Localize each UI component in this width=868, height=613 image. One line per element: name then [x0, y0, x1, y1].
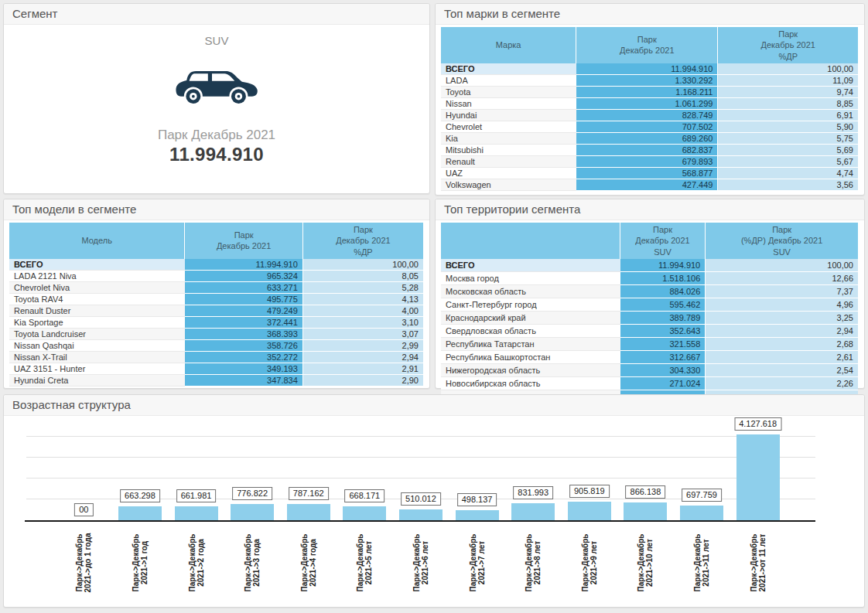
row-label[interactable]: Москва город: [441, 272, 620, 285]
row-label[interactable]: Санкт-Петербург город: [441, 298, 620, 312]
bar[interactable]: [287, 504, 330, 520]
axis-label-line: 2021->6 лет: [421, 524, 429, 601]
table-row: Mitsubishi682.8375,69: [441, 145, 858, 156]
axis-label-line: Парк->Декабрь: [300, 524, 309, 601]
bar-axis-label[interactable]: Парк->Декабрь2021->9 лет: [581, 524, 598, 601]
column-header[interactable]: ПаркДекабрь 2021: [576, 27, 718, 63]
park-value-cell: 11.994.910: [576, 63, 718, 75]
column-header[interactable]: Марка: [441, 27, 576, 63]
share-value-cell: 9,74: [718, 87, 858, 98]
bar[interactable]: [680, 506, 723, 520]
bar-axis-label[interactable]: Парк->Декабрь2021->от 11 лет: [750, 524, 767, 601]
bar[interactable]: [343, 506, 386, 520]
park-value-cell: 321.558: [620, 338, 706, 351]
bar-axis-label[interactable]: Парк->Декабрь2021->до 1 года: [75, 524, 92, 601]
bar-axis-label[interactable]: Парк->Декабрь2021->5 лет: [356, 524, 373, 601]
axis-label-slot: Парк->Декабрь2021->6 лет: [393, 523, 449, 603]
row-label[interactable]: Нижегородская область: [441, 364, 620, 377]
bar-axis-label[interactable]: Парк->Декабрь2021->10 лет: [637, 524, 654, 601]
bar[interactable]: [231, 504, 274, 520]
row-label[interactable]: Республика Башкортостан: [441, 351, 620, 364]
bar-axis-label[interactable]: Парк->Декабрь2021->7 лет: [469, 524, 486, 601]
bar-axis-label[interactable]: Парк->Декабрь2021->6 лет: [412, 524, 429, 601]
row-label[interactable]: Renault: [441, 156, 576, 168]
column-header[interactable]: ПаркДекабрь 2021%ДР: [718, 27, 858, 63]
column-header[interactable]: Модель: [9, 223, 185, 259]
share-value-cell: 2,61: [706, 351, 858, 364]
share-value-cell: 11,09: [718, 75, 858, 87]
row-label[interactable]: Nissan Qashqai: [9, 340, 185, 352]
table-row: Nissan Qashqai358.7262,99: [9, 340, 423, 352]
row-label[interactable]: Nissan: [441, 98, 576, 110]
panel-title: Топ территории сегмента: [436, 199, 864, 220]
bar-axis-label[interactable]: Парк->Декабрь2021->11 лет: [693, 524, 710, 601]
bar-axis-label[interactable]: Парк->Декабрь2021->8 лет: [525, 524, 542, 601]
bar[interactable]: [118, 506, 162, 520]
row-label[interactable]: Новосибирская область: [441, 377, 620, 390]
axis-label-slot: Парк->Декабрь2021->9 лет: [561, 523, 617, 603]
table-row: ВСЕГО11.994.910100,00: [441, 259, 858, 272]
axis-label-line: Парк->Декабрь: [412, 524, 421, 601]
row-label[interactable]: UAZ 3151 - Hunter: [9, 363, 185, 375]
bar-slot: 831.993: [505, 433, 562, 520]
row-label[interactable]: Chevrolet: [441, 121, 576, 133]
row-label[interactable]: Mitsubishi: [441, 145, 576, 156]
bar-value-label: 668.171: [344, 489, 384, 502]
axis-label-line: Парк->Декабрь: [356, 524, 364, 601]
table-header: МодельПаркДекабрь 2021ПаркДекабрь 2021%Д…: [9, 223, 423, 259]
row-label[interactable]: Toyota Landcruiser: [9, 329, 185, 340]
row-label[interactable]: Kia: [441, 133, 576, 145]
bar[interactable]: [399, 509, 443, 520]
bar-slot: 905.819: [561, 433, 617, 520]
column-header[interactable]: ПаркДекабрь 2021SUV: [620, 223, 706, 259]
row-label[interactable]: Chevrolet Niva: [9, 282, 185, 294]
row-label[interactable]: Kia Sportage: [9, 317, 185, 329]
bar[interactable]: [175, 506, 218, 520]
table-row: Toyota1.168.2119,74: [441, 87, 858, 98]
row-label[interactable]: Renault Duster: [9, 305, 185, 317]
bar-axis-label[interactable]: Парк->Декабрь2021->4 года: [300, 524, 317, 601]
row-label[interactable]: Toyota RAV4: [9, 294, 185, 305]
row-label[interactable]: Nissan X-Trail: [9, 352, 185, 363]
row-label[interactable]: Московская область: [441, 285, 620, 298]
table-row: Volkswagen427.4493,56: [441, 179, 858, 191]
row-label[interactable]: Республика Татарстан: [441, 338, 620, 351]
table-row: Нижегородская область304.3302,54: [441, 364, 858, 377]
bar-slot: 510.012: [393, 433, 449, 520]
panel-title: Сегмент: [4, 4, 429, 25]
bar[interactable]: [456, 510, 499, 520]
row-label[interactable]: ВСЕГО: [441, 63, 576, 75]
row-label[interactable]: Hyundai Creta: [9, 375, 185, 387]
panel-title: Возрастная структура: [4, 395, 864, 416]
bar[interactable]: [568, 502, 611, 521]
bar-value-label: 661.981: [176, 489, 217, 502]
column-header[interactable]: [441, 223, 620, 259]
bar-axis-label[interactable]: Парк->Декабрь2021->1 год: [132, 524, 149, 601]
bar-slot: 776.822: [224, 433, 281, 520]
row-label[interactable]: UAZ: [441, 168, 576, 179]
row-label[interactable]: Свердловская область: [441, 325, 620, 338]
row-label[interactable]: ВСЕГО: [441, 259, 620, 272]
row-label[interactable]: Краснодарский край: [441, 312, 620, 325]
column-header[interactable]: ПаркДекабрь 2021%ДР: [303, 223, 423, 259]
bar[interactable]: [511, 503, 555, 521]
row-label[interactable]: Toyota: [441, 87, 576, 98]
row-label[interactable]: Volkswagen: [441, 179, 576, 191]
axis-label-slot: Парк->Декабрь2021->2 года: [168, 523, 224, 603]
axis-label-line: 2021->8 лет: [533, 524, 542, 601]
row-label[interactable]: Hyundai: [441, 110, 576, 121]
bar[interactable]: [736, 434, 780, 520]
table-row: LADA 2121 Niva965.3248,05: [9, 271, 423, 282]
column-header[interactable]: ПаркДекабрь 2021: [185, 223, 302, 259]
column-header[interactable]: Парк(%ДР) Декабрь 2021SUV: [706, 223, 858, 259]
bar-value-label: 787.162: [289, 487, 329, 500]
table-row: UAZ568.8774,74: [441, 168, 858, 179]
bar-axis-label[interactable]: Парк->Декабрь2021->3 года: [244, 524, 261, 601]
bar-axis-label[interactable]: Парк->Декабрь2021->2 года: [188, 524, 205, 601]
row-label[interactable]: ВСЕГО: [9, 259, 185, 271]
bar[interactable]: [624, 502, 667, 520]
park-value-cell: 495.775: [185, 294, 302, 305]
row-label[interactable]: LADA 2121 Niva: [9, 271, 185, 282]
row-label[interactable]: LADA: [441, 75, 576, 87]
park-value-cell: 389.789: [620, 312, 706, 325]
